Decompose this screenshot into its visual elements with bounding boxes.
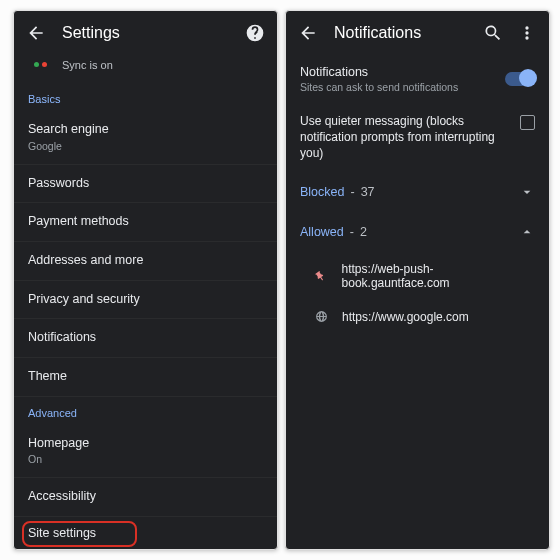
blocked-label: Blocked bbox=[300, 185, 344, 199]
notifications-master-toggle-row[interactable]: Notifications Sites can ask to send noti… bbox=[286, 55, 549, 103]
pin-icon bbox=[314, 269, 328, 283]
settings-item-passwords[interactable]: Passwords bbox=[14, 165, 277, 204]
chevron-down-icon bbox=[519, 184, 535, 200]
settings-screen: Settings Sync is on Basics Search engine… bbox=[13, 10, 278, 550]
allowed-site-row[interactable]: https://www.google.com bbox=[286, 300, 549, 334]
sync-status-label: Sync is on bbox=[62, 59, 113, 71]
allowed-site-url: https://www.google.com bbox=[342, 310, 469, 324]
settings-item-label: Privacy and security bbox=[28, 292, 263, 308]
chevron-up-icon bbox=[519, 224, 535, 240]
notifications-screen: Notifications Notifications Sites can as… bbox=[285, 10, 550, 550]
back-arrow-icon[interactable] bbox=[298, 23, 318, 43]
section-basics: Basics bbox=[14, 83, 277, 111]
more-vert-icon[interactable] bbox=[517, 23, 537, 43]
notifications-master-sub: Sites can ask to send notifications bbox=[300, 81, 495, 93]
globe-icon bbox=[314, 310, 328, 324]
settings-item-label: Addresses and more bbox=[28, 253, 263, 269]
blocked-category-row[interactable]: Blocked - 37 bbox=[286, 172, 549, 212]
settings-item-label: Passwords bbox=[28, 176, 263, 192]
quieter-messaging-label: Use quieter messaging (blocks notificati… bbox=[300, 113, 510, 162]
notifications-title: Notifications bbox=[334, 24, 467, 42]
settings-item-privacy[interactable]: Privacy and security bbox=[14, 281, 277, 320]
settings-item-addresses[interactable]: Addresses and more bbox=[14, 242, 277, 281]
blocked-sep: - bbox=[350, 185, 354, 199]
settings-item-theme[interactable]: Theme bbox=[14, 358, 277, 397]
account-avatar-icon bbox=[32, 60, 50, 70]
settings-item-notifications[interactable]: Notifications bbox=[14, 319, 277, 358]
notifications-toggle[interactable] bbox=[505, 72, 535, 86]
notifications-header: Notifications bbox=[286, 11, 549, 55]
allowed-label: Allowed bbox=[300, 225, 344, 239]
allowed-site-row[interactable]: https://web-push-book.gauntface.com bbox=[286, 252, 549, 300]
settings-item-site-settings[interactable]: Site settings bbox=[14, 517, 277, 550]
settings-item-payment-methods[interactable]: Payment methods bbox=[14, 203, 277, 242]
settings-item-label: Theme bbox=[28, 369, 263, 385]
settings-title: Settings bbox=[62, 24, 229, 42]
settings-item-accessibility[interactable]: Accessibility bbox=[14, 478, 277, 517]
search-icon[interactable] bbox=[483, 23, 503, 43]
settings-item-homepage[interactable]: Homepage On bbox=[14, 425, 277, 479]
settings-item-label: Homepage bbox=[28, 436, 263, 452]
sync-status-row[interactable]: Sync is on bbox=[14, 55, 277, 83]
back-arrow-icon[interactable] bbox=[26, 23, 46, 43]
help-icon[interactable] bbox=[245, 23, 265, 43]
settings-item-search-engine[interactable]: Search engine Google bbox=[14, 111, 277, 165]
settings-item-label: Site settings bbox=[28, 526, 263, 542]
allowed-category-row[interactable]: Allowed - 2 bbox=[286, 212, 549, 252]
allowed-sep: - bbox=[350, 225, 354, 239]
blocked-count: 37 bbox=[361, 185, 375, 199]
quieter-messaging-checkbox[interactable] bbox=[520, 115, 535, 130]
settings-item-label: Search engine bbox=[28, 122, 263, 138]
settings-item-sub: On bbox=[28, 453, 263, 466]
section-advanced: Advanced bbox=[14, 397, 277, 425]
notifications-master-title: Notifications bbox=[300, 65, 495, 79]
settings-item-label: Accessibility bbox=[28, 489, 263, 505]
quieter-messaging-row[interactable]: Use quieter messaging (blocks notificati… bbox=[286, 103, 549, 172]
settings-item-label: Payment methods bbox=[28, 214, 263, 230]
allowed-site-url: https://web-push-book.gauntface.com bbox=[342, 262, 535, 290]
settings-item-sub: Google bbox=[28, 140, 263, 153]
allowed-count: 2 bbox=[360, 225, 367, 239]
settings-item-label: Notifications bbox=[28, 330, 263, 346]
settings-header: Settings bbox=[14, 11, 277, 55]
